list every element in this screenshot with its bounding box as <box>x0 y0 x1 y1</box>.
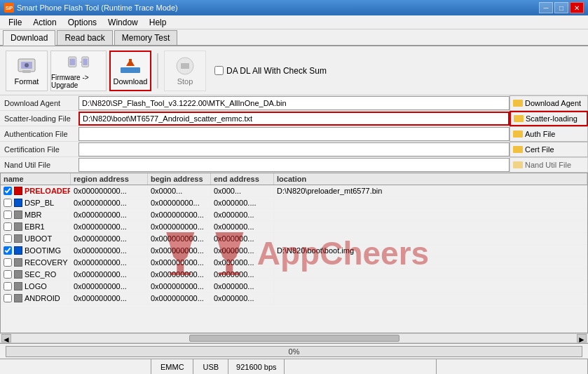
folder-icon-4 <box>513 146 523 153</box>
row-checkbox[interactable] <box>4 246 12 255</box>
cell-region: 0x000000000... <box>71 269 148 280</box>
cell-location: D:\N820\preloader_mt6577.bin <box>274 185 587 196</box>
cell-location <box>274 209 587 220</box>
cell-location <box>274 281 587 292</box>
progress-bar: 0% <box>6 346 582 357</box>
da-checkbox-area: DA DL All With Check Sum <box>214 66 327 76</box>
row-checkbox[interactable] <box>4 222 12 231</box>
download-agent-row: Download Agent D:\N820\SP_Flash_Tool_v3.… <box>0 95 588 111</box>
menu-file[interactable]: File <box>3 16 27 29</box>
cell-name: PRELOADER <box>1 185 71 196</box>
col-begin: begin address <box>148 173 211 185</box>
stop-button[interactable]: Stop <box>164 51 206 91</box>
row-checkbox[interactable] <box>4 234 12 243</box>
minimize-button[interactable]: ─ <box>539 2 553 13</box>
svg-rect-8 <box>83 58 87 65</box>
window-controls: ─ □ ✕ <box>539 2 584 13</box>
row-checkbox[interactable] <box>4 294 12 302</box>
cell-name: DSP_BL <box>1 197 71 208</box>
download-button[interactable]: Download <box>109 51 151 91</box>
folder-icon-3 <box>513 131 523 138</box>
h-scroll-right[interactable]: ► <box>577 334 587 342</box>
status-cell-usb: USB <box>193 359 228 374</box>
menu-options[interactable]: Options <box>62 16 102 29</box>
cert-button[interactable]: Cert File <box>510 142 588 157</box>
cell-name: UBOOT <box>1 233 71 244</box>
table-row: ANDROID 0x000000000... 0x000000000... 0x… <box>1 293 587 305</box>
table-row: SEC_RO 0x000000000... 0x000000000... 0x0… <box>1 269 587 281</box>
table-header: name region address begin address end ad… <box>1 173 587 185</box>
scatter-input[interactable]: D:\N820\boot\MT6577_Android_scatter_emmc… <box>78 112 510 126</box>
close-button[interactable]: ✕ <box>570 2 584 13</box>
cell-location <box>274 233 587 244</box>
cell-region: 0x000000000... <box>71 221 148 232</box>
cell-region: 0x000000000... <box>71 233 148 244</box>
row-indicator <box>14 222 22 231</box>
cell-end: 0x000000... <box>211 221 274 232</box>
firmware-button[interactable]: → Firmware -> Upgrade <box>50 51 107 91</box>
maximize-button[interactable]: □ <box>554 2 568 13</box>
table-row: EBR1 0x000000000... 0x000000000... 0x000… <box>1 221 587 233</box>
tab-download[interactable]: Download <box>3 30 55 46</box>
row-checkbox[interactable] <box>4 187 12 195</box>
nand-button[interactable]: Nand Util File <box>510 157 588 173</box>
h-scroll[interactable]: ◄ ► <box>0 333 588 343</box>
row-checkbox[interactable] <box>4 270 12 279</box>
row-indicator <box>14 187 22 195</box>
menu-window[interactable]: Window <box>102 16 144 29</box>
cell-region: 0x000000000... <box>71 293 148 304</box>
menu-action[interactable]: Action <box>27 16 62 29</box>
row-checkbox[interactable] <box>4 258 12 267</box>
cell-region: 0x000000000... <box>71 197 148 208</box>
stop-label: Stop <box>177 77 193 86</box>
h-scroll-left[interactable]: ◄ <box>1 334 11 342</box>
da-checkbox[interactable] <box>214 66 224 75</box>
h-scroll-thumb[interactable] <box>189 335 399 342</box>
auth-input[interactable] <box>78 127 510 141</box>
row-indicator <box>14 211 22 219</box>
menu-help[interactable]: Help <box>144 16 172 29</box>
cell-begin: 0x000000000... <box>148 221 211 232</box>
download-agent-button[interactable]: Download Agent <box>510 95 588 111</box>
row-checkbox[interactable] <box>4 282 12 290</box>
fields-section: Download Agent D:\N820\SP_Flash_Tool_v3.… <box>0 95 588 173</box>
auth-button[interactable]: Auth File <box>510 126 588 142</box>
row-checkbox[interactable] <box>4 199 12 207</box>
tab-memorytest[interactable]: Memory Test <box>114 30 177 45</box>
folder-icon-2 <box>514 115 524 122</box>
svg-rect-11 <box>129 59 132 66</box>
status-cell-bps: 921600 bps <box>228 359 285 374</box>
scatter-button[interactable]: Scatter-loading <box>510 111 588 126</box>
cell-name: MBR <box>1 209 71 220</box>
cell-location <box>274 257 587 268</box>
download-agent-input[interactable]: D:\N820\SP_Flash_Tool_v3.1222.00\MTK_All… <box>78 96 510 110</box>
row-indicator <box>14 246 22 255</box>
row-checkbox[interactable] <box>4 211 12 219</box>
cert-input[interactable] <box>78 142 510 156</box>
svg-rect-2 <box>22 70 31 73</box>
col-location: location <box>274 173 587 185</box>
status-cell-emmc: EMMC <box>151 359 193 374</box>
cell-begin: 0x000000000... <box>148 245 211 256</box>
download-agent-label: Download Agent <box>0 99 78 107</box>
cell-location <box>274 197 587 208</box>
tab-readback[interactable]: Read back <box>57 30 112 45</box>
cell-end: 0x000000... <box>211 209 274 220</box>
row-indicator <box>14 294 22 302</box>
format-icon <box>15 56 38 76</box>
status-bar: 0% <box>0 343 588 359</box>
auth-label: Authentication File <box>0 130 78 138</box>
cell-begin: 0x000000000... <box>148 293 211 304</box>
format-label: Format <box>15 77 39 86</box>
table-row: LOGO 0x000000000... 0x000000000... 0x000… <box>1 281 587 293</box>
cell-end: 0x000000... <box>211 257 274 268</box>
cell-region: 0x000000000... <box>71 257 148 268</box>
table-body: PRELOADER 0x000000000... 0x0000... 0x000… <box>1 185 587 333</box>
cell-location: D:\N820\boot\boot.img <box>274 245 587 256</box>
nand-input[interactable] <box>78 158 510 172</box>
svg-rect-5 <box>69 58 75 65</box>
table-row: PRELOADER 0x000000000... 0x0000... 0x000… <box>1 185 587 197</box>
format-button[interactable]: Format <box>6 51 48 91</box>
table-row: UBOOT 0x000000000... 0x000000000... 0x00… <box>1 233 587 245</box>
scatter-loading-row: Scatter-loading File D:\N820\boot\MT6577… <box>0 111 588 126</box>
